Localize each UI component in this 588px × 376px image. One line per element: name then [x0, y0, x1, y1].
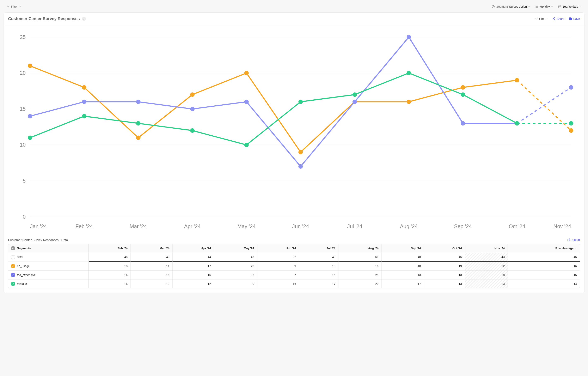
- value-cell: 15: [173, 271, 214, 279]
- save-icon: [569, 17, 572, 20]
- svg-point-43: [82, 85, 86, 89]
- svg-point-70: [353, 92, 357, 97]
- segment-cell: too_expensive: [8, 271, 89, 279]
- svg-text:Nov '24: Nov '24: [554, 223, 571, 229]
- filter-button[interactable]: Filter: [7, 5, 21, 8]
- export-button[interactable]: Export: [567, 238, 580, 242]
- value-cell: 32: [257, 253, 299, 262]
- month-header[interactable]: Nov '24: [465, 244, 508, 253]
- value-cell: 20: [214, 262, 257, 271]
- month-header[interactable]: May '24: [214, 244, 257, 253]
- rowavg-cell: 46: [508, 253, 580, 262]
- select-all-checkbox[interactable]: [11, 246, 15, 250]
- chevron-down-icon: [528, 6, 530, 8]
- range-value: Year to date: [563, 5, 578, 8]
- svg-point-71: [407, 71, 411, 75]
- info-icon[interactable]: i: [82, 17, 86, 21]
- granularity-selector[interactable]: Monthly: [535, 5, 553, 8]
- value-cell: 18: [465, 271, 508, 279]
- value-cell: 12: [465, 262, 508, 271]
- value-cell: 43: [465, 253, 508, 262]
- month-header[interactable]: Jun '24: [257, 244, 299, 253]
- svg-text:Jun '24: Jun '24: [292, 223, 309, 229]
- svg-line-5: [493, 7, 494, 7]
- line-chart-icon: [535, 17, 538, 21]
- month-header[interactable]: Jul '24: [299, 244, 338, 253]
- svg-point-61: [461, 121, 465, 125]
- chevron-down-icon: [575, 247, 577, 249]
- row-checkbox[interactable]: [11, 273, 15, 277]
- svg-text:May '24: May '24: [237, 223, 256, 229]
- svg-text:Feb '24: Feb '24: [75, 223, 93, 229]
- value-cell: 44: [173, 253, 214, 262]
- share-button[interactable]: Share: [552, 17, 564, 21]
- calendar-icon: [558, 5, 561, 8]
- svg-point-47: [298, 150, 303, 154]
- card-header: Customer Center Survey Responses i Line …: [3, 13, 585, 25]
- segment-label: Segment: [496, 5, 508, 8]
- value-cell: 11: [131, 262, 173, 271]
- month-header[interactable]: Sep '24: [382, 244, 424, 253]
- svg-point-74: [569, 121, 573, 125]
- row-checkbox[interactable]: [11, 255, 15, 259]
- svg-point-68: [244, 143, 249, 147]
- table-row: Total4840444632496148454346: [8, 253, 580, 262]
- chart-type-selector[interactable]: Line: [535, 17, 548, 21]
- row-checkbox[interactable]: [11, 264, 15, 268]
- chevron-down-icon: [579, 6, 581, 8]
- value-cell: 16: [338, 262, 382, 271]
- segment-cell: Total: [8, 253, 89, 262]
- data-table: SegmentsFeb '24Mar '24Apr '24May '24Jun …: [8, 244, 580, 288]
- svg-point-14: [553, 18, 554, 19]
- value-cell: 13: [424, 279, 465, 288]
- svg-text:Jul '24: Jul '24: [347, 223, 362, 229]
- value-cell: 14: [89, 279, 131, 288]
- value-cell: 13: [131, 279, 173, 288]
- rowavg-header[interactable]: Row Average: [508, 244, 580, 253]
- value-cell: 18: [89, 262, 131, 271]
- svg-text:Oct '24: Oct '24: [509, 223, 525, 229]
- value-cell: 48: [89, 253, 131, 262]
- value-cell: 61: [338, 253, 382, 262]
- svg-point-56: [190, 107, 195, 111]
- svg-point-64: [28, 136, 32, 140]
- value-cell: 40: [131, 253, 173, 262]
- table-row: mistake1413121016172017131314: [8, 279, 580, 288]
- value-cell: 25: [338, 271, 382, 279]
- svg-point-53: [28, 114, 32, 118]
- month-header[interactable]: Aug '24: [338, 244, 382, 253]
- month-header[interactable]: Apr '24: [173, 244, 214, 253]
- month-header[interactable]: Oct '24: [424, 244, 465, 253]
- row-checkbox[interactable]: [11, 282, 15, 286]
- month-header[interactable]: Mar '24: [131, 244, 173, 253]
- svg-point-45: [190, 92, 195, 97]
- chevron-down-icon: [19, 6, 21, 8]
- line-chart[interactable]: 0510152025Jan '24Feb '24Mar '24Apr '24Ma…: [8, 30, 580, 233]
- chart-card: Customer Center Survey Responses i Line …: [3, 12, 585, 293]
- value-cell: 46: [214, 253, 257, 262]
- table-body: Total4840444632496148454346 no_usage1811…: [8, 253, 580, 288]
- value-cell: 49: [299, 253, 338, 262]
- segment-label: no_usage: [17, 265, 30, 268]
- data-title: Customer Center Survey Responses - Data: [8, 238, 68, 242]
- svg-line-17: [554, 19, 554, 20]
- svg-point-55: [136, 100, 140, 104]
- segments-col-header[interactable]: Segments: [8, 244, 89, 253]
- date-range-selector[interactable]: Year to date: [558, 5, 581, 8]
- save-button[interactable]: Save: [569, 17, 580, 21]
- value-cell: 17: [382, 279, 424, 288]
- value-cell: 17: [173, 262, 214, 271]
- svg-text:Aug '24: Aug '24: [400, 223, 418, 229]
- svg-text:Sep '24: Sep '24: [454, 223, 472, 229]
- value-cell: 13: [424, 271, 465, 279]
- segment-label: too_expensive: [17, 273, 36, 276]
- value-cell: 48: [382, 253, 424, 262]
- card-title: Customer Center Survey Responses: [8, 16, 80, 21]
- segment-selector[interactable]: Segment Survey option: [492, 5, 530, 8]
- month-header[interactable]: Feb '24: [89, 244, 131, 253]
- svg-text:Mar '24: Mar '24: [130, 223, 147, 229]
- svg-point-63: [569, 85, 573, 89]
- svg-point-73: [515, 121, 519, 125]
- rowavg-cell: 15: [508, 271, 580, 279]
- export-icon: [567, 238, 570, 242]
